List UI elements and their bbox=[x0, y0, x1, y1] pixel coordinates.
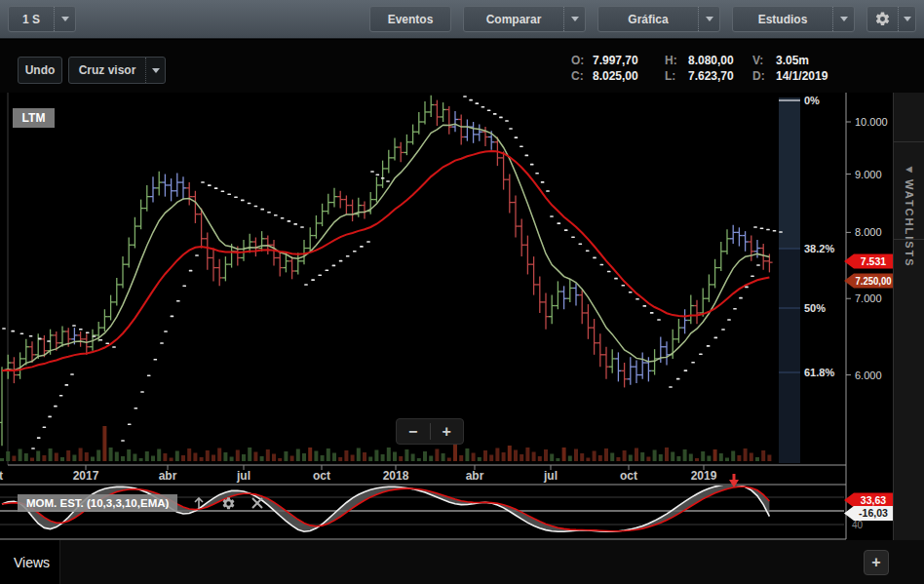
fibonacci-retracement: 0%38.2%50%61.8% bbox=[779, 95, 834, 463]
svg-text:7.531: 7.531 bbox=[861, 255, 886, 267]
high-label: H: bbox=[665, 53, 688, 68]
toolbar-right-group: Eventos Comparar Gráfica Estudios bbox=[369, 6, 916, 32]
open-value: 7.997,70 bbox=[593, 53, 665, 68]
compare-caret[interactable] bbox=[563, 7, 585, 31]
close-study-icon[interactable] bbox=[250, 495, 265, 511]
chart-type-dropdown[interactable]: Gráfica bbox=[597, 6, 720, 32]
chevron-down-icon bbox=[904, 17, 911, 21]
svg-text:6.000: 6.000 bbox=[855, 370, 882, 381]
open-label: O: bbox=[571, 53, 593, 68]
settings-dropdown[interactable] bbox=[866, 6, 916, 32]
collapse-arrow-icon: ◀ bbox=[905, 165, 913, 174]
close-label: C: bbox=[571, 68, 593, 84]
svg-text:2017: 2017 bbox=[73, 469, 99, 483]
svg-text:40: 40 bbox=[852, 520, 864, 530]
ma-fast-line bbox=[2, 124, 769, 370]
momentum-value-tag: 33,63 bbox=[844, 493, 893, 508]
settings-caret[interactable] bbox=[898, 7, 915, 31]
compare-dropdown[interactable]: Comparar bbox=[463, 6, 586, 32]
momentum-study-header: MOM. EST. (10,3,3,10,EMA) bbox=[18, 494, 265, 512]
svg-text:0%: 0% bbox=[804, 95, 820, 106]
close-value: 8.025,00 bbox=[593, 68, 665, 84]
high-value: 8.080,00 bbox=[688, 53, 752, 68]
chart-type-caret[interactable] bbox=[698, 7, 719, 31]
price-axis: 10.0009.0008.0007.0006.000 bbox=[846, 116, 888, 381]
bottom-bar: Views + bbox=[0, 540, 924, 584]
svg-text:abr: abr bbox=[466, 469, 484, 483]
events-button[interactable]: Eventos bbox=[369, 6, 451, 32]
svg-text:33,63: 33,63 bbox=[861, 494, 886, 506]
momentum-value-tag: -16,03 bbox=[844, 506, 893, 521]
zoom-controls: − + bbox=[396, 418, 464, 445]
crosshair-caret[interactable] bbox=[145, 58, 165, 83]
svg-text:8.000: 8.000 bbox=[855, 226, 882, 238]
parabolic-sar-dots bbox=[2, 96, 783, 449]
add-panel-button[interactable]: + bbox=[864, 550, 889, 575]
timeframe-dropdown[interactable]: 1 S bbox=[8, 6, 76, 32]
zoom-in-button[interactable]: + bbox=[431, 419, 464, 444]
svg-text:oct: oct bbox=[620, 469, 637, 483]
svg-text:38.2%: 38.2% bbox=[804, 243, 834, 254]
low-label: L: bbox=[665, 68, 688, 84]
svg-text:2018: 2018 bbox=[383, 469, 409, 483]
volume-bars bbox=[0, 426, 771, 461]
sell-signal-arrow-icon bbox=[729, 474, 739, 487]
timeframe-caret[interactable] bbox=[54, 7, 75, 31]
chevron-down-icon bbox=[152, 68, 160, 73]
moving-averages bbox=[2, 124, 769, 370]
svg-text:2019: 2019 bbox=[691, 469, 717, 483]
ohlc-readout: O: 7.997,70 H: 8.080,00 V: 3.05m C: 8.02… bbox=[571, 53, 858, 84]
chart-frame bbox=[0, 93, 846, 539]
chart-toolbar: Undo Cruz visor O: 7.997,70 H: 8.080,00 … bbox=[0, 40, 924, 93]
svg-text:7.000: 7.000 bbox=[855, 292, 882, 304]
gear-icon[interactable] bbox=[867, 7, 898, 31]
svg-text:7.250,00: 7.250,00 bbox=[856, 275, 892, 287]
top-toolbar: 1 S Eventos Comparar Gráfica Estudios bbox=[0, 0, 924, 39]
chevron-down-icon bbox=[571, 17, 579, 21]
instrument-badge: LTM bbox=[13, 108, 55, 128]
date-value: 14/1/2019 bbox=[776, 68, 858, 84]
ohlc-bars bbox=[0, 96, 773, 446]
svg-text:abr: abr bbox=[159, 469, 177, 483]
price-tag: 7.250,00 bbox=[844, 274, 893, 289]
divider bbox=[894, 141, 924, 142]
zoom-out-button[interactable]: − bbox=[397, 419, 430, 444]
svg-text:-16,03: -16,03 bbox=[859, 507, 888, 519]
price-tag: 7.531 bbox=[844, 254, 893, 269]
svg-text:10.000: 10.000 bbox=[855, 116, 888, 128]
chevron-down-icon bbox=[706, 17, 713, 21]
volume-label: V: bbox=[752, 53, 776, 68]
study-settings-gear-icon[interactable] bbox=[220, 495, 236, 511]
svg-text:jul: jul bbox=[236, 469, 250, 483]
svg-text:50%: 50% bbox=[804, 302, 826, 314]
watchlists-tab[interactable]: ◀ WATCHLISTS bbox=[894, 143, 924, 290]
low-value: 7.623,70 bbox=[688, 68, 752, 84]
chevron-down-icon bbox=[61, 17, 69, 21]
volume-value: 3.05m bbox=[776, 53, 858, 68]
date-label: D: bbox=[752, 68, 776, 84]
svg-text:jul: jul bbox=[543, 469, 558, 483]
x-axis: oct2017abrjuloct2018abrjuloct2019 bbox=[0, 465, 717, 483]
move-up-icon[interactable] bbox=[191, 495, 207, 511]
svg-text:oct: oct bbox=[0, 469, 3, 483]
svg-text:oct: oct bbox=[313, 469, 330, 483]
trading-platform: 0%38.2%50%61.8%oct2017abrjuloct2018abrju… bbox=[0, 0, 924, 584]
ma-slow-line bbox=[2, 151, 769, 370]
views-tab[interactable]: Views bbox=[0, 540, 60, 584]
crosshair-dropdown[interactable]: Cruz visor bbox=[68, 57, 166, 84]
watchlists-panel[interactable]: ◀ WATCHLISTS bbox=[893, 93, 924, 584]
views-tab-label: Views bbox=[14, 555, 50, 570]
chevron-down-icon bbox=[840, 17, 848, 21]
watchlists-tab-label: WATCHLISTS bbox=[904, 179, 915, 268]
undo-button[interactable]: Undo bbox=[18, 57, 62, 84]
studies-dropdown[interactable]: Estudios bbox=[732, 6, 855, 32]
studies-caret[interactable] bbox=[832, 7, 854, 31]
svg-text:61.8%: 61.8% bbox=[804, 367, 834, 378]
timeframe-label[interactable]: 1 S bbox=[9, 7, 54, 31]
momentum-study-label[interactable]: MOM. EST. (10,3,3,10,EMA) bbox=[18, 494, 177, 512]
svg-text:9.000: 9.000 bbox=[855, 169, 882, 180]
